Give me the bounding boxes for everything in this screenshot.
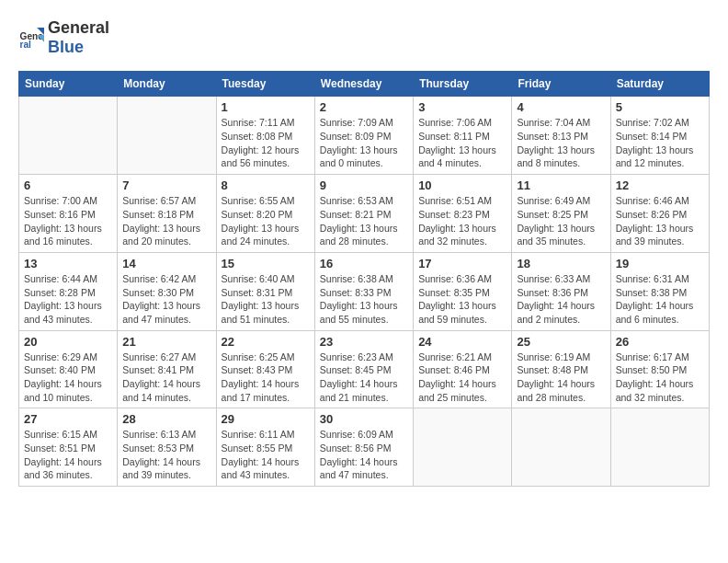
day-info: Sunrise: 6:42 AM Sunset: 8:30 PM Dayligh…: [122, 272, 210, 327]
calendar-cell: 26Sunrise: 6:17 AM Sunset: 8:50 PM Dayli…: [610, 330, 709, 408]
day-number: 24: [418, 335, 506, 349]
calendar-cell: 11Sunrise: 6:49 AM Sunset: 8:25 PM Dayli…: [512, 175, 610, 253]
day-number: 23: [320, 335, 408, 349]
column-header-sunday: Sunday: [19, 72, 118, 97]
day-number: 1: [222, 100, 310, 114]
logo-blue: Blue: [48, 38, 109, 57]
calendar-week-row: 1Sunrise: 7:11 AM Sunset: 8:08 PM Daylig…: [19, 97, 710, 175]
calendar-cell: 9Sunrise: 6:53 AM Sunset: 8:21 PM Daylig…: [314, 175, 413, 253]
day-number: 13: [24, 257, 112, 270]
day-number: 28: [122, 412, 210, 426]
calendar-week-row: 6Sunrise: 7:00 AM Sunset: 8:16 PM Daylig…: [19, 175, 710, 253]
calendar-cell: [610, 408, 709, 487]
day-number: 2: [320, 100, 408, 114]
calendar-cell: 8Sunrise: 6:55 AM Sunset: 8:20 PM Daylig…: [216, 175, 314, 253]
day-info: Sunrise: 6:57 AM Sunset: 8:18 PM Dayligh…: [122, 194, 210, 248]
day-number: 18: [517, 257, 605, 270]
day-info: Sunrise: 7:09 AM Sunset: 8:09 PM Dayligh…: [320, 116, 408, 170]
calendar-week-row: 27Sunrise: 6:15 AM Sunset: 8:51 PM Dayli…: [19, 408, 710, 487]
column-header-thursday: Thursday: [414, 72, 512, 97]
day-info: Sunrise: 6:21 AM Sunset: 8:46 PM Dayligh…: [418, 350, 506, 405]
day-number: 19: [616, 257, 704, 270]
calendar-table: SundayMondayTuesdayWednesdayThursdayFrid…: [18, 71, 710, 487]
day-number: 20: [24, 335, 112, 349]
calendar-cell: 3Sunrise: 7:06 AM Sunset: 8:11 PM Daylig…: [414, 97, 512, 175]
day-info: Sunrise: 6:49 AM Sunset: 8:25 PM Dayligh…: [517, 194, 605, 248]
calendar-cell: 17Sunrise: 6:36 AM Sunset: 8:35 PM Dayli…: [414, 252, 512, 330]
day-number: 17: [418, 257, 506, 270]
calendar-cell: 2Sunrise: 7:09 AM Sunset: 8:09 PM Daylig…: [314, 97, 413, 175]
column-header-wednesday: Wednesday: [314, 72, 413, 97]
day-number: 25: [517, 335, 605, 349]
day-info: Sunrise: 6:09 AM Sunset: 8:56 PM Dayligh…: [320, 428, 408, 482]
calendar-cell: 13Sunrise: 6:44 AM Sunset: 8:28 PM Dayli…: [19, 252, 118, 330]
calendar-cell: 6Sunrise: 7:00 AM Sunset: 8:16 PM Daylig…: [19, 175, 118, 253]
svg-text:ral: ral: [20, 40, 32, 50]
day-info: Sunrise: 6:17 AM Sunset: 8:50 PM Dayligh…: [616, 350, 704, 405]
day-info: Sunrise: 6:46 AM Sunset: 8:26 PM Dayligh…: [616, 194, 704, 248]
calendar-cell: 7Sunrise: 6:57 AM Sunset: 8:18 PM Daylig…: [118, 175, 216, 253]
day-number: 12: [616, 178, 704, 192]
day-info: Sunrise: 6:27 AM Sunset: 8:41 PM Dayligh…: [122, 350, 210, 405]
calendar-cell: 24Sunrise: 6:21 AM Sunset: 8:46 PM Dayli…: [414, 330, 512, 408]
day-number: 6: [24, 178, 112, 192]
column-header-friday: Friday: [512, 72, 610, 97]
day-info: Sunrise: 6:51 AM Sunset: 8:23 PM Dayligh…: [418, 194, 506, 248]
calendar-cell: 22Sunrise: 6:25 AM Sunset: 8:43 PM Dayli…: [216, 330, 314, 408]
day-number: 8: [222, 178, 310, 192]
calendar-header-row: SundayMondayTuesdayWednesdayThursdayFrid…: [19, 72, 710, 97]
calendar-cell: 15Sunrise: 6:40 AM Sunset: 8:31 PM Dayli…: [216, 252, 314, 330]
calendar-cell: [118, 97, 216, 175]
day-info: Sunrise: 6:31 AM Sunset: 8:38 PM Dayligh…: [616, 272, 704, 327]
calendar-cell: 25Sunrise: 6:19 AM Sunset: 8:48 PM Dayli…: [512, 330, 610, 408]
day-info: Sunrise: 7:00 AM Sunset: 8:16 PM Dayligh…: [24, 194, 112, 248]
day-info: Sunrise: 7:04 AM Sunset: 8:13 PM Dayligh…: [517, 116, 605, 170]
day-info: Sunrise: 6:55 AM Sunset: 8:20 PM Dayligh…: [222, 194, 310, 248]
day-info: Sunrise: 6:44 AM Sunset: 8:28 PM Dayligh…: [24, 272, 112, 327]
day-info: Sunrise: 7:02 AM Sunset: 8:14 PM Dayligh…: [616, 116, 704, 170]
day-number: 26: [616, 335, 704, 349]
day-number: 15: [222, 257, 310, 270]
calendar-cell: 29Sunrise: 6:11 AM Sunset: 8:55 PM Dayli…: [216, 408, 314, 487]
day-number: 16: [320, 257, 408, 270]
day-number: 3: [418, 100, 506, 114]
day-number: 7: [122, 178, 210, 192]
day-info: Sunrise: 6:38 AM Sunset: 8:33 PM Dayligh…: [320, 272, 408, 327]
calendar-cell: 12Sunrise: 6:46 AM Sunset: 8:26 PM Dayli…: [610, 175, 709, 253]
calendar-cell: 16Sunrise: 6:38 AM Sunset: 8:33 PM Dayli…: [314, 252, 413, 330]
day-number: 14: [122, 257, 210, 270]
calendar-cell: 19Sunrise: 6:31 AM Sunset: 8:38 PM Dayli…: [610, 252, 709, 330]
calendar-cell: 23Sunrise: 6:23 AM Sunset: 8:45 PM Dayli…: [314, 330, 413, 408]
page-header: Gene ral General Blue: [18, 18, 710, 56]
day-info: Sunrise: 6:40 AM Sunset: 8:31 PM Dayligh…: [222, 272, 310, 327]
day-info: Sunrise: 6:15 AM Sunset: 8:51 PM Dayligh…: [24, 428, 112, 482]
logo-icon: Gene ral: [18, 25, 44, 51]
day-info: Sunrise: 6:19 AM Sunset: 8:48 PM Dayligh…: [517, 350, 605, 405]
day-number: 21: [122, 335, 210, 349]
calendar-cell: 30Sunrise: 6:09 AM Sunset: 8:56 PM Dayli…: [314, 408, 413, 487]
calendar-cell: [19, 97, 118, 175]
column-header-saturday: Saturday: [610, 72, 709, 97]
day-info: Sunrise: 6:25 AM Sunset: 8:43 PM Dayligh…: [222, 350, 310, 405]
calendar-cell: 28Sunrise: 6:13 AM Sunset: 8:53 PM Dayli…: [118, 408, 216, 487]
day-info: Sunrise: 6:33 AM Sunset: 8:36 PM Dayligh…: [517, 272, 605, 327]
day-info: Sunrise: 6:23 AM Sunset: 8:45 PM Dayligh…: [320, 350, 408, 405]
calendar-cell: 14Sunrise: 6:42 AM Sunset: 8:30 PM Dayli…: [118, 252, 216, 330]
day-info: Sunrise: 6:53 AM Sunset: 8:21 PM Dayligh…: [320, 194, 408, 248]
day-info: Sunrise: 6:11 AM Sunset: 8:55 PM Dayligh…: [222, 428, 310, 482]
day-number: 29: [222, 412, 310, 426]
calendar-cell: 5Sunrise: 7:02 AM Sunset: 8:14 PM Daylig…: [610, 97, 709, 175]
day-number: 9: [320, 178, 408, 192]
day-number: 22: [222, 335, 310, 349]
calendar-cell: [414, 408, 512, 487]
logo-general: General: [48, 18, 109, 38]
calendar-cell: 21Sunrise: 6:27 AM Sunset: 8:41 PM Dayli…: [118, 330, 216, 408]
day-number: 27: [24, 412, 112, 426]
day-number: 30: [320, 412, 408, 426]
day-info: Sunrise: 6:13 AM Sunset: 8:53 PM Dayligh…: [122, 428, 210, 482]
day-number: 11: [517, 178, 605, 192]
calendar-week-row: 20Sunrise: 6:29 AM Sunset: 8:40 PM Dayli…: [19, 330, 710, 408]
day-info: Sunrise: 7:11 AM Sunset: 8:08 PM Dayligh…: [222, 116, 310, 170]
column-header-monday: Monday: [118, 72, 216, 97]
day-info: Sunrise: 7:06 AM Sunset: 8:11 PM Dayligh…: [418, 116, 506, 170]
